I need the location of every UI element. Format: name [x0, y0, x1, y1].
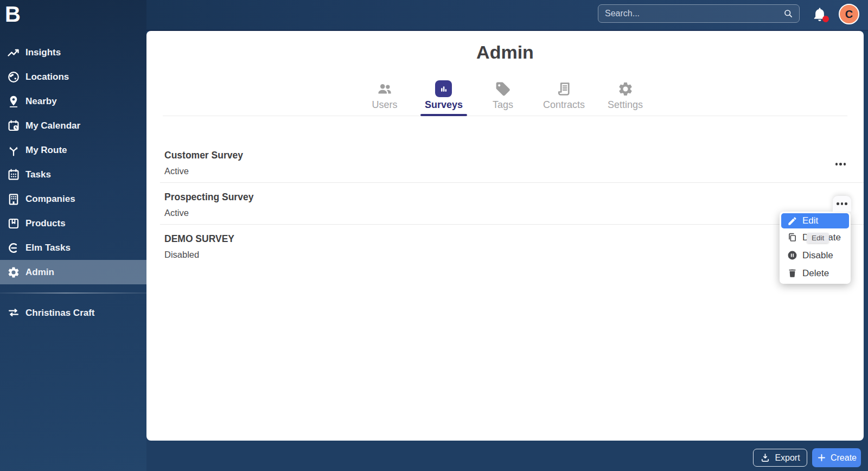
route-icon [7, 143, 21, 157]
survey-status: Active [164, 207, 864, 219]
tab-label: Contracts [543, 99, 585, 111]
sidebar-item-my-route[interactable]: My Route [0, 138, 146, 162]
sidebar-item-label: My Calendar [25, 120, 80, 131]
survey-list: Customer Survey Active Prospecting Surve… [146, 141, 864, 266]
create-label: Create [831, 453, 857, 463]
sidebar-item-tasks[interactable]: Tasks [0, 162, 146, 187]
tab-label: Surveys [425, 99, 463, 111]
sidebar-item-admin[interactable]: Admin [0, 260, 146, 284]
tab-label: Tags [493, 99, 513, 111]
calendar-clock-icon [7, 119, 21, 133]
sidebar-item-label: Nearby [25, 96, 57, 107]
sidebar-item-products[interactable]: Products [0, 211, 146, 236]
search-icon [783, 8, 794, 19]
product-bookmark-icon [7, 217, 21, 231]
download-icon [760, 453, 770, 463]
tab-label: Users [372, 99, 397, 111]
avatar-initial: C [845, 8, 853, 21]
survey-name: Customer Survey [164, 149, 864, 162]
notification-badge [822, 16, 829, 22]
sidebar-item-nearby[interactable]: Nearby [0, 89, 146, 113]
menu-item-label: Disable [802, 250, 833, 261]
tab-settings[interactable]: Settings [603, 78, 647, 116]
content-card: Admin Users Surveys Tags [146, 31, 864, 441]
survey-row-customer-survey: Customer Survey Active [146, 141, 864, 183]
sidebar-item-christinas-craft[interactable]: Christinas Craft [0, 301, 146, 325]
context-menu: Edit Duplicate Disable Delete [780, 212, 851, 284]
sidebar-divider [0, 292, 146, 294]
sidebar-item-my-calendar[interactable]: My Calendar [0, 113, 146, 138]
tab-users[interactable]: Users [363, 78, 406, 116]
tab-label: Settings [608, 99, 643, 111]
sidebar-item-elm-tasks[interactable]: Elm Tasks [0, 236, 146, 260]
survey-status: Disabled [164, 249, 864, 260]
pencil-icon [787, 215, 797, 226]
survey-name: Prospecting Survey [164, 190, 864, 203]
menu-item-delete[interactable]: Delete [781, 264, 849, 282]
app-logo[interactable]: B [5, 0, 21, 28]
surveys-chart-icon [435, 78, 452, 97]
sidebar-item-label: Christinas Craft [25, 308, 95, 319]
tag-icon [495, 78, 511, 97]
tab-tags[interactable]: Tags [481, 78, 525, 116]
survey-row-prospecting-survey: Prospecting Survey Active [146, 183, 864, 225]
sidebar-item-label: Companies [25, 194, 75, 205]
sidebar-item-locations[interactable]: Locations [0, 65, 146, 89]
tasks-calendar-icon [7, 168, 21, 182]
sidebar-item-label: Locations [25, 72, 69, 82]
tab-contracts[interactable]: Contracts [539, 78, 589, 116]
survey-status: Active [164, 165, 864, 177]
export-label: Export [775, 453, 800, 463]
sidebar-item-label: My Route [25, 145, 67, 156]
globe-icon [7, 70, 21, 84]
pause-circle-icon [787, 250, 797, 261]
app-root: C B Insights Locations Nearby [0, 0, 868, 471]
export-button[interactable]: Export [753, 449, 807, 467]
survey-row-demo-survey: DEMO SURVEY Disabled [146, 225, 864, 266]
survey-name: DEMO SURVEY [164, 232, 864, 245]
settings-gear-icon [617, 78, 634, 97]
contract-scroll-icon [556, 78, 572, 97]
gear-icon [7, 265, 21, 279]
edit-tooltip: Edit [807, 233, 829, 243]
insights-icon [7, 46, 21, 60]
row-menu-button[interactable] [835, 163, 846, 166]
sidebar-item-label: Admin [25, 267, 54, 278]
menu-item-disable[interactable]: Disable [781, 246, 849, 264]
sidebar-item-label: Elm Tasks [25, 243, 71, 253]
menu-item-label: Delete [802, 268, 829, 279]
sidebar-item-companies[interactable]: Companies [0, 187, 146, 211]
row-menu-button-open[interactable] [833, 196, 851, 212]
sidebar-nav: Insights Locations Nearby My Calendar [0, 40, 146, 284]
map-pin-icon [7, 94, 21, 109]
plus-icon [816, 453, 827, 463]
copy-icon [787, 232, 797, 243]
sidebar-item-label: Tasks [25, 169, 51, 180]
elm-tasks-icon [7, 241, 21, 255]
notifications-button[interactable] [812, 5, 829, 24]
create-button[interactable]: Create [812, 448, 861, 467]
menu-item-edit[interactable]: Edit [781, 213, 849, 228]
sidebar: B Insights Locations Nearby [0, 0, 146, 471]
search-box[interactable] [598, 4, 800, 23]
search-input[interactable] [604, 8, 783, 19]
building-icon [7, 192, 21, 206]
users-icon [376, 78, 393, 97]
menu-item-label: Edit [802, 215, 818, 226]
sidebar-item-label: Products [25, 218, 66, 229]
tab-surveys[interactable]: Surveys [420, 78, 467, 116]
sidebar-item-label: Insights [25, 47, 61, 58]
switch-arrows-icon [7, 306, 21, 320]
user-avatar[interactable]: C [839, 4, 859, 24]
admin-tabs: Users Surveys Tags Contracts [163, 78, 847, 116]
page-title: Admin [146, 42, 864, 63]
trash-icon [787, 268, 797, 279]
sidebar-item-insights[interactable]: Insights [0, 40, 146, 65]
ellipsis-icon [837, 202, 847, 205]
